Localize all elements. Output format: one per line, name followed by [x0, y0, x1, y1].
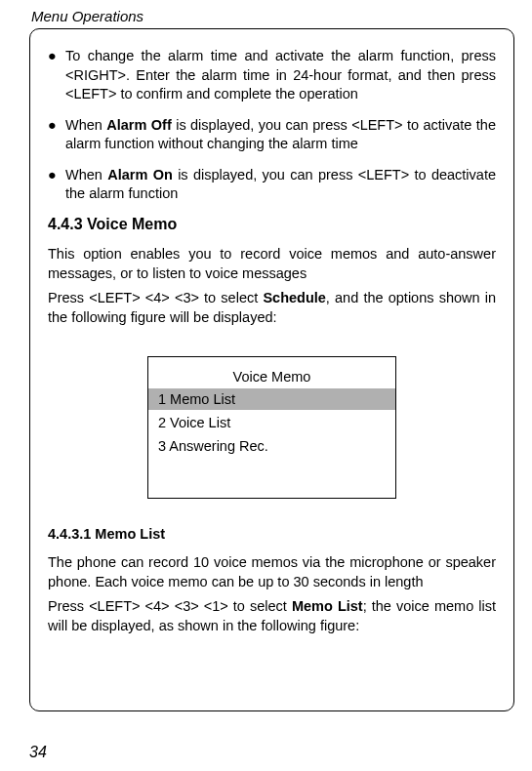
text-prefix: Press <LEFT> <4> <3> <1> to select — [48, 598, 292, 614]
text-bold: Alarm On — [107, 167, 173, 183]
menu-item: 2 Voice List — [148, 412, 395, 433]
menu-item-selected: 1 Memo List — [148, 388, 395, 410]
bullet-icon: ● — [48, 116, 65, 154]
screen-display: Voice Memo 1 Memo List 2 Voice List 3 An… — [147, 356, 396, 499]
paragraph: This option enables you to record voice … — [48, 245, 496, 283]
section-heading: 4.4.3 Voice Memo — [48, 216, 496, 233]
sub-section-heading: 4.4.3.1 Memo List — [48, 526, 496, 542]
content-frame: ● To change the alarm time and activate … — [29, 28, 514, 711]
bullet-icon: ● — [48, 47, 65, 104]
bullet-text: When Alarm Off is displayed, you can pre… — [65, 116, 496, 154]
text-bold: Schedule — [263, 290, 325, 305]
text-prefix: When — [65, 117, 106, 133]
text-prefix: When — [65, 167, 107, 183]
screen-title: Voice Memo — [148, 369, 395, 385]
bullet-item: ● To change the alarm time and activate … — [48, 47, 496, 104]
bullet-text: When Alarm On is displayed, you can pres… — [65, 166, 496, 204]
bullet-item: ● When Alarm Off is displayed, you can p… — [48, 116, 496, 154]
paragraph: Press <LEFT> <4> <3> <1> to select Memo … — [48, 597, 496, 635]
paragraph: Press <LEFT> <4> <3> to select Schedule,… — [48, 289, 496, 327]
paragraph: The phone can record 10 voice memos via … — [48, 553, 496, 591]
page-number: 34 — [29, 744, 47, 761]
bullet-text: To change the alarm time and activate th… — [65, 47, 496, 104]
bullet-icon: ● — [48, 166, 65, 204]
text-bold: Memo List — [292, 598, 363, 614]
text-bold: Alarm Off — [106, 117, 171, 133]
text-prefix: Press <LEFT> <4> <3> to select — [48, 290, 263, 305]
page-header: Menu Operations — [31, 8, 514, 24]
menu-item: 3 Answering Rec. — [148, 435, 395, 457]
bullet-item: ● When Alarm On is displayed, you can pr… — [48, 166, 496, 204]
